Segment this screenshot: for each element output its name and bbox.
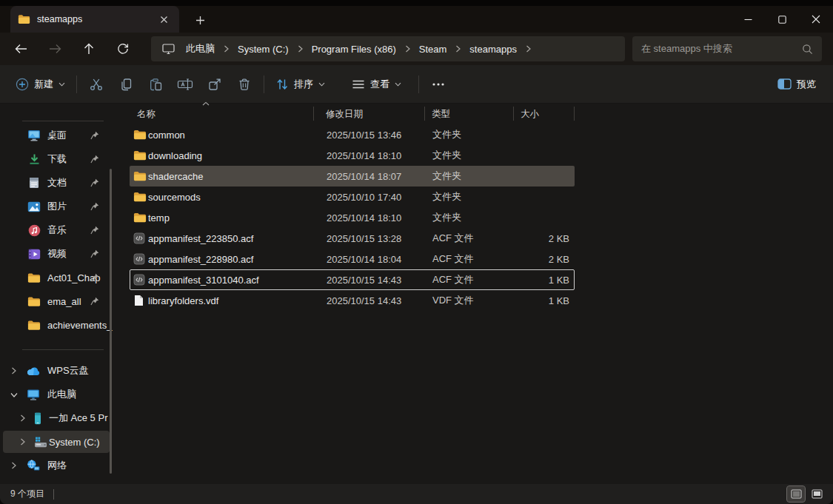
file-row[interactable]: appmanifest_228980.acf 2025/10/14 18:04 …: [130, 249, 575, 269]
file-type: 文件夹: [432, 169, 461, 183]
column-divider[interactable]: [513, 107, 514, 121]
thumbnail-view-button[interactable]: [808, 486, 826, 502]
column-header-name[interactable]: 名称: [137, 108, 155, 121]
sidebar-item-图片[interactable]: 图片: [3, 195, 114, 218]
breadcrumb-item[interactable]: 此电脑: [179, 39, 221, 58]
tree-item-一加 Ace 5 Pr[interactable]: 一加 Ace 5 Pr: [3, 407, 110, 429]
breadcrumb-item[interactable]: Program Files (x86): [305, 41, 403, 58]
copy-button[interactable]: [111, 71, 141, 98]
chevron-right-icon[interactable]: [221, 45, 231, 53]
back-button[interactable]: [8, 36, 33, 61]
file-type: ACF 文件: [432, 252, 474, 266]
explorer-tab[interactable]: steamapps: [10, 6, 179, 33]
sidebar-item-下载[interactable]: 下载: [3, 148, 114, 170]
new-button-label: 新建: [34, 78, 53, 91]
tree-item-label: 一加 Ace 5 Pr: [49, 411, 107, 425]
sidebar-item-视频[interactable]: 视频: [3, 243, 114, 265]
address-bar[interactable]: 此电脑System (C:)Program Files (x86)Steamst…: [151, 36, 625, 61]
breadcrumb-item[interactable]: System (C:): [231, 41, 295, 58]
refresh-button[interactable]: [110, 36, 136, 61]
column-header-row: 名称 修改日期 类型 大小: [119, 104, 833, 124]
file-date: 2025/10/14 18:10: [327, 212, 401, 224]
column-header-type[interactable]: 类型: [432, 108, 450, 121]
sidebar-item-文档[interactable]: 文档: [3, 172, 114, 194]
file-row[interactable]: appmanifest_3101040.acf 2025/10/15 14:43…: [130, 269, 575, 290]
tree-item-label: 此电脑: [47, 388, 76, 401]
file-row[interactable]: shadercache 2025/10/14 18:07 文件夹: [130, 166, 575, 187]
delete-button[interactable]: [230, 71, 259, 98]
file-name: appmanifest_228980.acf: [148, 254, 253, 265]
view-button[interactable]: 查看: [345, 71, 408, 98]
cut-button[interactable]: [81, 71, 111, 98]
file-row[interactable]: temp 2025/10/14 18:10 文件夹: [130, 207, 575, 228]
ellipsis-icon: [432, 82, 445, 87]
column-divider[interactable]: [313, 107, 314, 121]
tree-item-网络[interactable]: 网络: [3, 454, 110, 477]
sidebar-separator: [22, 121, 104, 121]
sort-button-label: 排序: [294, 78, 313, 91]
tab-close-icon[interactable]: [155, 11, 172, 27]
column-divider[interactable]: [424, 107, 425, 121]
paste-button[interactable]: [141, 71, 170, 98]
chevron-right-icon[interactable]: [19, 438, 26, 446]
file-row[interactable]: sourcemods 2025/10/10 17:40 文件夹: [130, 187, 575, 207]
tree-item-WPS云盘[interactable]: WPS云盘: [3, 360, 110, 382]
chevron-right-icon[interactable]: [523, 45, 533, 53]
sidebar-item-label: 桌面: [47, 129, 67, 142]
details-view-button[interactable]: [787, 486, 805, 502]
forward-button[interactable]: [42, 36, 67, 61]
breadcrumb-item[interactable]: Steam: [412, 41, 454, 58]
title-bar[interactable]: steamapps: [0, 6, 833, 33]
tab-title: steamapps: [37, 14, 149, 24]
sidebar-item-label: 视频: [47, 247, 67, 261]
sidebar-item-音乐[interactable]: 音乐: [3, 219, 114, 241]
new-button[interactable]: 新建: [9, 71, 72, 98]
rename-button[interactable]: [170, 71, 200, 98]
window-controls: [731, 6, 833, 33]
sidebar-item-ema_all[interactable]: ema_all: [3, 290, 114, 312]
sort-button[interactable]: 排序: [269, 71, 332, 98]
chevron-right-icon[interactable]: [453, 45, 463, 53]
column-header-date[interactable]: 修改日期: [326, 108, 363, 121]
column-header-size[interactable]: 大小: [521, 108, 539, 121]
more-options-button[interactable]: [424, 71, 453, 98]
file-row[interactable]: common 2025/10/15 13:46 文件夹: [130, 124, 575, 145]
sidebar-item-Act01_Chap[interactable]: Act01_Chap: [3, 266, 114, 289]
maximize-button[interactable]: [765, 6, 799, 33]
sidebar-scrollbar[interactable]: [110, 169, 112, 474]
file-date: 2025/10/15 14:43: [327, 295, 401, 306]
minimize-button[interactable]: [731, 6, 765, 33]
chevron-right-icon[interactable]: [295, 45, 305, 53]
preview-button[interactable]: 预览: [771, 71, 823, 98]
file-name: shadercache: [148, 171, 203, 182]
code-icon: [133, 232, 145, 244]
up-button[interactable]: [76, 36, 101, 61]
tree-item-System (C:)[interactable]: System (C:): [3, 431, 110, 453]
chevron-right-icon[interactable]: [10, 462, 17, 469]
close-button[interactable]: [799, 6, 833, 33]
file-row[interactable]: appmanifest_223850.acf 2025/10/15 13:28 …: [130, 228, 575, 249]
folder-icon: [27, 272, 41, 283]
sidebar-item-achievements_[interactable]: achievements_: [3, 314, 114, 336]
pin-icon: [90, 131, 99, 140]
chevron-down-icon[interactable]: [10, 392, 18, 398]
column-divider[interactable]: [574, 107, 575, 121]
tree-item-label: 网络: [47, 459, 67, 472]
file-date: 2025/10/14 18:10: [327, 150, 401, 161]
chevron-right-icon[interactable]: [10, 367, 17, 374]
chevron-right-icon[interactable]: [19, 414, 26, 422]
command-bar: 新建: [0, 65, 833, 104]
sidebar-item-桌面[interactable]: 桌面: [3, 124, 114, 147]
tree-item-此电脑[interactable]: 此电脑: [3, 383, 110, 406]
new-tab-button[interactable]: [190, 11, 210, 29]
chevron-right-icon[interactable]: [403, 45, 412, 53]
share-button[interactable]: [200, 71, 230, 98]
file-row[interactable]: downloading 2025/10/14 18:10 文件夹: [130, 145, 575, 166]
search-box[interactable]: 在 steamapps 中搜索: [632, 36, 822, 61]
breadcrumb-item[interactable]: steamapps: [463, 41, 523, 58]
sidebar-item-label: 文档: [47, 176, 67, 189]
preview-pane-icon: [777, 78, 792, 90]
folder-icon: [133, 171, 147, 182]
file-row[interactable]: libraryfolders.vdf 2025/10/15 14:43 VDF …: [130, 290, 575, 311]
toolbar-separator: [76, 75, 77, 93]
